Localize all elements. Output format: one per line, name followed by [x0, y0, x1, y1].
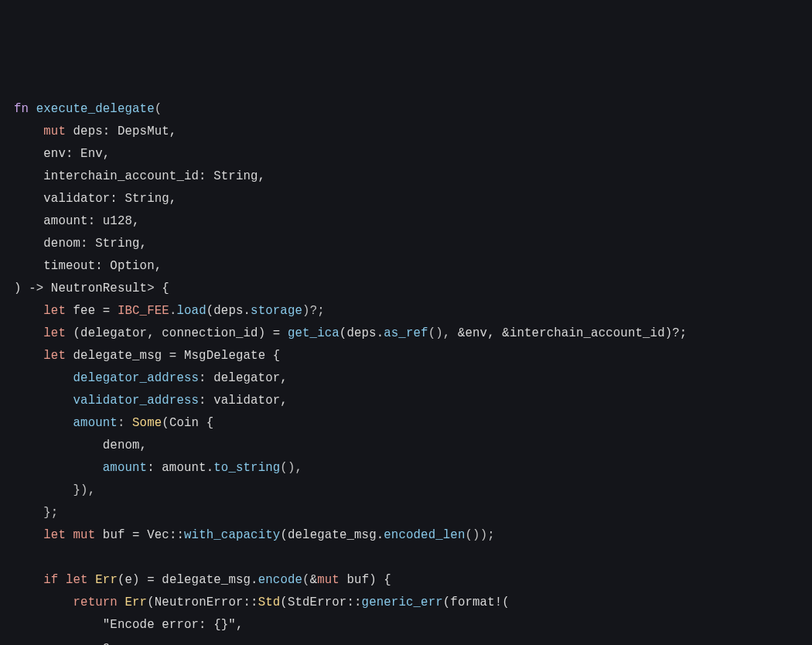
- code-block: fn execute_delegate( mut deps: DepsMut, …: [14, 98, 798, 645]
